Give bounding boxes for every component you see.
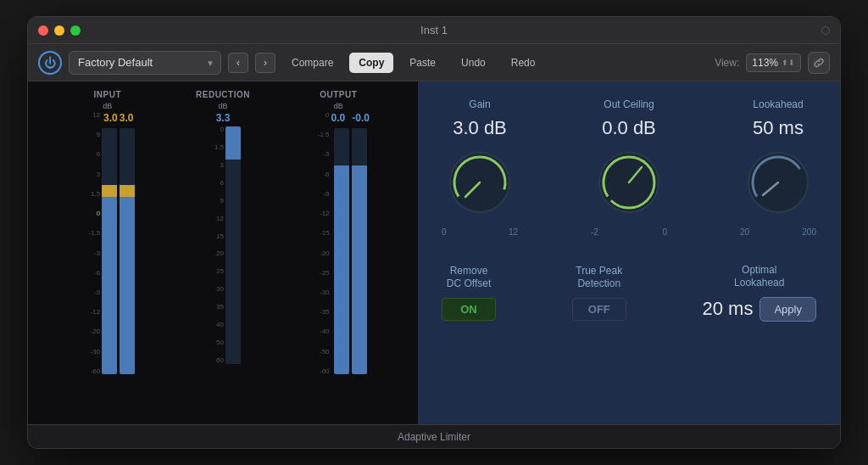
- output-bars: dB 0 -1.5 -3 -6 -9 -12 -15: [308, 102, 370, 375]
- true-peak-toggle[interactable]: OFF: [572, 298, 626, 321]
- lookahead-min: 20: [740, 227, 749, 237]
- close-button[interactable]: [38, 25, 48, 36]
- output-bar-right: [352, 128, 367, 374]
- input-fill-right: [120, 197, 135, 374]
- nav-back-button[interactable]: ‹: [228, 53, 248, 73]
- dc-offset-control: RemoveDC Offset ON: [442, 265, 496, 321]
- input-db-label: dB: [103, 102, 112, 110]
- out-ceiling-range: -2 0: [591, 227, 667, 237]
- reduction-fill: [225, 126, 241, 160]
- gain-value: 3.0 dB: [453, 117, 507, 139]
- lookahead-value: 50 ms: [753, 117, 804, 139]
- gain-max: 12: [509, 227, 518, 237]
- input-bar-tracks: [102, 128, 135, 374]
- output-label: OUTPUT: [320, 90, 357, 99]
- input-bar-left: [102, 128, 117, 374]
- plugin-window: Inst 1 ⏻ Factory Default ▼ ‹ › Compare C…: [27, 16, 841, 449]
- link-icon: [813, 57, 825, 69]
- output-fill-left: [334, 165, 349, 375]
- apply-button[interactable]: Apply: [760, 297, 816, 322]
- undo-button[interactable]: Undo: [452, 53, 495, 73]
- reduction-scale: 0 1.5 3 6 9 12 15 20 25 30 35: [205, 126, 224, 364]
- input-peak-right: [120, 185, 135, 197]
- minimize-button[interactable]: [54, 25, 64, 36]
- lookahead-knob-svg: [740, 144, 816, 221]
- gain-range: 0 12: [442, 227, 518, 237]
- window-title: Inst 1: [420, 24, 448, 36]
- input-peak-left: [102, 185, 117, 197]
- output-scale: 0 -1.5 -3 -6 -9 -12 -15 -20 -25 -30: [308, 112, 330, 375]
- input-meter-section: INPUT dB 12 9 6 3 1.5: [38, 90, 177, 417]
- status-bar: Adaptive Limiter: [28, 424, 840, 448]
- power-button[interactable]: ⏻: [38, 51, 62, 75]
- input-bar-pair: 3.0 3.0: [102, 112, 135, 374]
- out-ceiling-knob-svg: [591, 144, 667, 221]
- left-panel: INPUT dB 12 9 6 3 1.5: [28, 81, 418, 424]
- true-peak-control: True PeakDetection OFF: [572, 265, 626, 321]
- output-bar-pair: 0.0 -0.0: [331, 112, 370, 374]
- input-scale: 12 9 6 3 1.5 0 -1.5 -3 -6 -9: [80, 112, 100, 375]
- true-peak-label: True PeakDetection: [576, 265, 622, 291]
- paste-button[interactable]: Paste: [400, 53, 445, 73]
- output-group: dB 0 -1.5 -3 -6 -9 -12 -15: [308, 102, 370, 375]
- view-control[interactable]: 113% ⬆⬇: [746, 53, 801, 72]
- bottom-controls-row: RemoveDC Offset ON True PeakDetection OF…: [442, 264, 816, 322]
- maximize-button[interactable]: [70, 25, 81, 36]
- gain-knob-svg: [442, 144, 518, 221]
- title-bar: Inst 1: [28, 17, 840, 44]
- gain-control: Gain 3.0 dB 0 12: [442, 98, 518, 237]
- reduction-meter-section: REDUCTION dB 3.3 0 1.5 3 6 9 12: [177, 90, 270, 417]
- preset-dropdown[interactable]: Factory Default: [69, 51, 221, 75]
- main-content: INPUT dB 12 9 6 3 1.5: [28, 81, 840, 424]
- output-values-row: 0.0 -0.0: [331, 112, 370, 126]
- optimal-value: 20 ms: [703, 298, 754, 320]
- title-bar-right-indicator: [821, 26, 830, 35]
- optimal-row: 20 ms Apply: [703, 297, 816, 322]
- view-stepper-icon: ⬆⬇: [782, 59, 795, 67]
- lookahead-knob[interactable]: [740, 144, 816, 221]
- input-val-l: 3.0: [103, 112, 118, 124]
- compare-button[interactable]: Compare: [282, 53, 342, 73]
- redo-button[interactable]: Redo: [502, 53, 545, 73]
- optimal-lookahead-control: OptimalLookahead 20 ms Apply: [703, 264, 816, 322]
- out-ceiling-label: Out Ceiling: [604, 98, 654, 112]
- output-bar-left: [334, 128, 349, 374]
- nav-forward-button[interactable]: ›: [255, 53, 275, 73]
- input-left-group: dB 12 9 6 3 1.5 0 -1.5 -: [80, 102, 135, 375]
- output-fill-right: [352, 165, 367, 375]
- reduction-bar-row: 0 1.5 3 6 9 12 15 20 25 30 35: [205, 126, 241, 364]
- out-ceiling-control: Out Ceiling 0.0 dB -2 0: [591, 98, 667, 237]
- output-val-r: -0.0: [352, 112, 370, 124]
- reduction-bar: [225, 126, 241, 364]
- gain-min: 0: [442, 227, 447, 237]
- input-val-r: 3.0: [120, 112, 134, 124]
- gain-knob[interactable]: [442, 144, 518, 221]
- out-ceiling-knob[interactable]: [591, 144, 667, 221]
- input-label: INPUT: [94, 90, 122, 99]
- lookahead-max: 200: [802, 227, 816, 237]
- copy-button[interactable]: Copy: [349, 53, 393, 73]
- output-val-l: 0.0: [331, 112, 346, 124]
- input-fill-left: [102, 197, 117, 374]
- gain-label: Gain: [469, 98, 490, 112]
- reduction-label: REDUCTION: [196, 90, 250, 99]
- out-ceiling-max: 0: [662, 227, 667, 237]
- out-ceiling-value: 0.0 dB: [602, 117, 656, 139]
- reduction-val: 3.3: [216, 112, 231, 124]
- view-value: 113%: [752, 57, 778, 69]
- lookahead-range: 20 200: [740, 227, 816, 237]
- reduction-db-label: dB: [218, 102, 227, 110]
- optimal-label: OptimalLookahead: [734, 264, 784, 290]
- link-button[interactable]: [808, 52, 830, 74]
- output-meter-section: OUTPUT dB 0 -1.5 -3 -6 -9: [270, 90, 409, 417]
- lookahead-label: Lookahead: [753, 98, 803, 112]
- output-bar-tracks: [334, 128, 367, 374]
- status-text: Adaptive Limiter: [398, 431, 470, 443]
- knobs-row: Gain 3.0 dB 0 12: [442, 98, 816, 237]
- lookahead-control: Lookahead 50 ms 20 200: [740, 98, 816, 237]
- input-value-bars: 12 9 6 3 1.5 0 -1.5 -3 -6 -9: [80, 112, 135, 375]
- dc-offset-toggle[interactable]: ON: [442, 298, 496, 321]
- input-bar-right: [120, 128, 135, 374]
- meters-container: INPUT dB 12 9 6 3 1.5: [38, 90, 408, 417]
- output-value-bars: 0 -1.5 -3 -6 -9 -12 -15 -20 -25 -30: [308, 112, 370, 375]
